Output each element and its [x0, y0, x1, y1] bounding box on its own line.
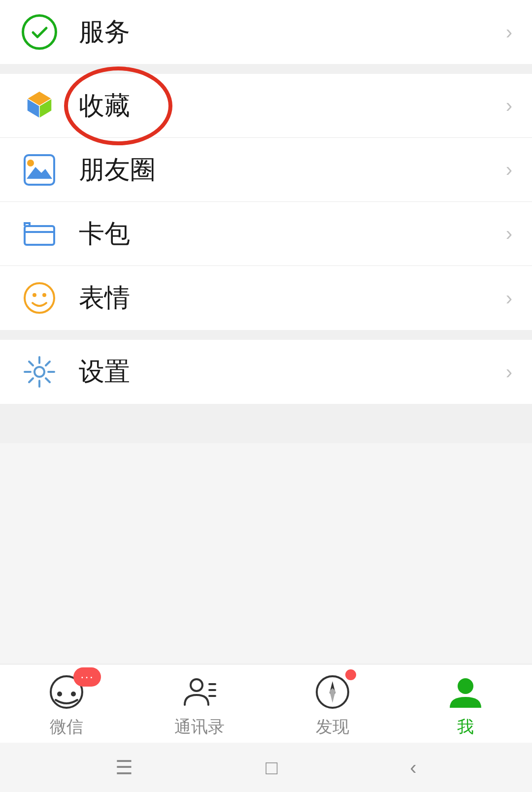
- settings-icon: [20, 352, 59, 392]
- discover-dot: [345, 669, 356, 680]
- collection-icon: [20, 86, 59, 126]
- svg-line-23: [46, 362, 50, 365]
- svg-marker-34: [330, 688, 335, 703]
- service-label: 服务: [79, 15, 506, 49]
- bottom-nav: ··· 微信 通讯录: [0, 664, 532, 743]
- svg-point-15: [42, 293, 46, 297]
- menu-section-3: 设置 ›: [0, 340, 532, 404]
- moments-label: 朋友圈: [79, 153, 506, 187]
- settings-chevron: ›: [506, 361, 512, 383]
- contacts-nav-label: 通讯录: [174, 716, 225, 738]
- nav-item-wechat[interactable]: ··· 微信: [0, 664, 133, 743]
- svg-rect-9: [25, 155, 54, 185]
- service-chevron: ›: [506, 21, 512, 43]
- menu-section-2: 收藏 › 朋友圈 › 卡包: [0, 74, 532, 330]
- emoji-chevron: ›: [506, 287, 512, 309]
- emoji-icon: [20, 278, 59, 318]
- menu-item-wallet[interactable]: 卡包 ›: [0, 202, 532, 266]
- svg-point-27: [71, 692, 76, 696]
- android-home-btn[interactable]: □: [266, 757, 277, 779]
- divider-2: [0, 330, 532, 340]
- menu-item-service[interactable]: 服务 ›: [0, 0, 532, 64]
- wallet-chevron: ›: [506, 223, 512, 245]
- discover-nav-label: 发现: [316, 716, 349, 738]
- contacts-icon-wrap: [180, 672, 219, 712]
- menu-item-emoji[interactable]: 表情 ›: [0, 266, 532, 330]
- nav-item-me[interactable]: 我: [399, 664, 532, 743]
- divider-1: [0, 64, 532, 74]
- svg-rect-11: [25, 226, 54, 245]
- wallet-icon: [20, 214, 59, 254]
- me-nav-label: 我: [457, 716, 474, 738]
- menu-item-collection[interactable]: 收藏 ›: [0, 74, 532, 138]
- wechat-icon-wrap: ···: [47, 672, 86, 712]
- svg-point-14: [33, 293, 36, 297]
- discover-icon-wrap: [313, 672, 352, 712]
- svg-point-10: [27, 160, 34, 166]
- wechat-nav-label: 微信: [50, 716, 83, 738]
- android-nav-bar: ☰ □ ‹: [0, 743, 532, 792]
- svg-line-22: [46, 378, 50, 382]
- menu-item-settings[interactable]: 设置 ›: [0, 340, 532, 404]
- wallet-label: 卡包: [79, 217, 506, 251]
- svg-point-13: [25, 283, 54, 313]
- svg-point-16: [34, 367, 44, 377]
- moments-icon: [20, 150, 59, 190]
- spacer: [0, 404, 532, 443]
- svg-line-21: [29, 362, 33, 365]
- emoji-label: 表情: [79, 281, 506, 315]
- android-menu-btn[interactable]: ☰: [115, 756, 133, 779]
- nav-item-discover[interactable]: 发现: [266, 664, 399, 743]
- svg-point-28: [191, 679, 202, 691]
- service-icon: [20, 12, 59, 52]
- android-back-btn[interactable]: ‹: [410, 757, 416, 779]
- menu-item-moments[interactable]: 朋友圈 ›: [0, 138, 532, 202]
- me-icon-wrap: [446, 672, 485, 712]
- collection-chevron: ›: [506, 95, 512, 117]
- svg-point-35: [458, 678, 473, 694]
- menu-section-1: 服务 ›: [0, 0, 532, 64]
- moments-chevron: ›: [506, 159, 512, 181]
- svg-point-26: [57, 692, 62, 696]
- settings-label: 设置: [79, 355, 506, 389]
- wechat-badge: ···: [73, 667, 101, 687]
- nav-item-contacts[interactable]: 通讯录: [133, 664, 266, 743]
- collection-label: 收藏: [79, 89, 506, 123]
- svg-line-24: [29, 378, 33, 382]
